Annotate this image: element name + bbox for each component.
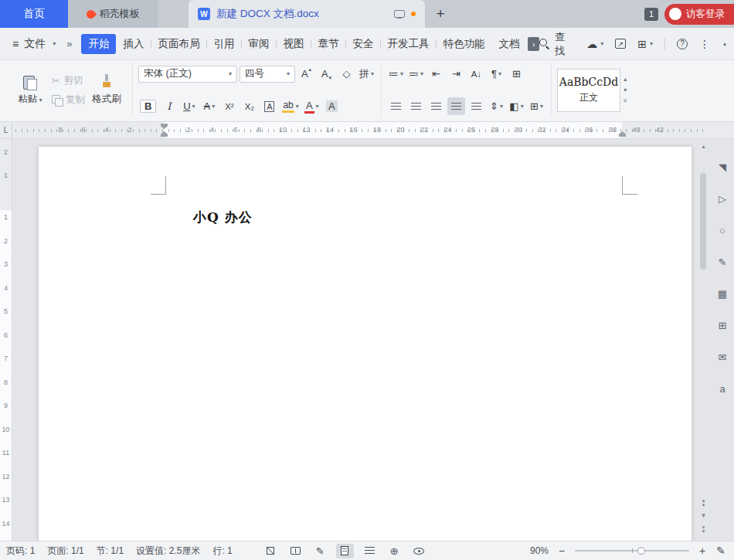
envelope-icon[interactable]: ✉	[715, 351, 730, 363]
align-right-button[interactable]	[427, 97, 445, 115]
shading-button[interactable]: ◧▾	[508, 97, 525, 115]
zoom-slider-thumb[interactable]	[637, 547, 645, 555]
font-size-select[interactable]: 四号 ▾	[240, 66, 295, 83]
tab-page-layout[interactable]: 页面布局	[151, 34, 206, 54]
font-name-select[interactable]: 宋体 (正文) ▾	[138, 66, 237, 83]
font-color-button[interactable]: A▾	[303, 97, 321, 115]
italic-button[interactable]: I	[160, 97, 178, 115]
bold-button[interactable]: B	[138, 97, 158, 115]
document-page[interactable]: 小Q 办公	[39, 147, 692, 541]
phonetic-guide-button[interactable]: 拼▾	[358, 65, 375, 83]
bullets-button[interactable]: ≔▾	[387, 65, 405, 83]
tab-insert[interactable]: 插入	[116, 34, 151, 54]
zoom-slider[interactable]	[575, 546, 689, 555]
more-menu-button[interactable]: ⋮	[699, 38, 710, 50]
template-tab[interactable]: 稻壳模板	[68, 0, 158, 28]
sort-button[interactable]: A↓	[467, 65, 485, 83]
circle-icon[interactable]: ○	[715, 224, 730, 236]
tab-start[interactable]: 开始	[81, 34, 116, 54]
borders-button[interactable]: ⊞▾	[528, 97, 545, 115]
web-layout-button[interactable]: ⊕	[386, 544, 403, 558]
play-icon[interactable]: ▷	[715, 192, 730, 205]
numbering-button[interactable]: ≕▾	[407, 65, 425, 83]
style-scroll-up-button[interactable]: ▴	[624, 76, 627, 83]
window-grid-icon[interactable]: ⊞	[715, 319, 730, 331]
tab-view[interactable]: 视图	[276, 34, 311, 54]
share-button[interactable]: ↗	[615, 39, 626, 49]
character-shading-button[interactable]: A	[323, 97, 341, 115]
underline-button[interactable]: U▾	[180, 97, 198, 115]
print-layout-button[interactable]	[336, 544, 354, 558]
zoom-in-button[interactable]: +	[697, 545, 708, 557]
zoom-level[interactable]: 90%	[530, 545, 549, 556]
help-button[interactable]: ?	[677, 39, 688, 49]
scrollbar-thumb[interactable]	[700, 173, 706, 270]
fullscreen-button[interactable]	[262, 544, 280, 558]
format-painter-button[interactable]: 格式刷	[87, 65, 127, 115]
cloud-sync-button[interactable]: ☁▾	[586, 38, 603, 50]
read-mode-button[interactable]	[287, 544, 304, 558]
strikethrough-button[interactable]: A▾	[200, 97, 218, 115]
outline-view-button[interactable]	[361, 544, 379, 558]
window-switch-button[interactable]: ⊞▾	[637, 38, 653, 50]
character-border-button[interactable]: A	[260, 97, 278, 115]
ink-button[interactable]: ✎	[311, 544, 329, 558]
paragraph-layout-button[interactable]: ⊞	[508, 65, 525, 83]
document-tab[interactable]: W 新建 DOCX 文档.docx	[189, 0, 425, 28]
scroll-down-button[interactable]: ▾	[702, 512, 705, 519]
tab-special-features[interactable]: 特色功能	[436, 34, 491, 54]
home-tab[interactable]: 首页	[0, 0, 68, 28]
style-scroll-down-button[interactable]: ▾	[624, 87, 627, 93]
next-page-button[interactable]: ▾▾	[702, 525, 705, 533]
copy-button[interactable]: 复制	[52, 93, 85, 107]
scroll-up-button[interactable]: ▴	[702, 141, 705, 151]
tab-section[interactable]: 章节	[311, 34, 345, 54]
file-menu-button[interactable]: ≡ 文件 ▾	[8, 37, 60, 51]
scrollbar-track[interactable]	[698, 151, 709, 494]
text-icon[interactable]: a	[715, 382, 730, 395]
new-tab-button[interactable]: +	[425, 0, 456, 28]
tab-dev-tools[interactable]: 开发工具	[380, 34, 436, 54]
quick-access-more-button[interactable]: »	[60, 38, 78, 49]
superscript-button[interactable]: X²	[220, 97, 238, 115]
tab-document[interactable]: 文档	[491, 34, 526, 54]
find-button[interactable]: 查找	[539, 30, 575, 58]
line-spacing-button[interactable]: ⇕▾	[488, 97, 505, 115]
tab-security[interactable]: 安全	[345, 34, 380, 54]
style-more-button[interactable]: ≡	[624, 97, 627, 104]
align-left-button[interactable]	[387, 97, 405, 115]
zoom-out-button[interactable]: −	[556, 545, 567, 557]
decrease-indent-button[interactable]: ⇤	[427, 65, 445, 83]
subscript-button[interactable]: X₂	[240, 97, 258, 115]
grid-icon[interactable]: ▦	[715, 287, 730, 300]
tab-references[interactable]: 引用	[206, 34, 241, 54]
cut-button[interactable]: ✂ 剪切	[52, 74, 85, 87]
collapse-ribbon-button[interactable]: ▴	[722, 40, 726, 47]
shrink-font-button[interactable]: A▾	[318, 65, 335, 83]
tab-review[interactable]: 审阅	[241, 34, 276, 54]
highlight-button[interactable]: ab▾	[280, 97, 300, 115]
margin-setting-status[interactable]: 设置值: 2.5厘米	[136, 545, 200, 558]
vertical-scrollbar[interactable]: ▴ ▴▴ ▾ ▾▾	[698, 141, 709, 539]
text-effects-button[interactable]: ◇	[338, 65, 355, 83]
justify-button[interactable]	[447, 97, 465, 115]
style-normal-button[interactable]: AaBbCcDd 正文	[557, 69, 620, 112]
vertical-ruler[interactable]: 2112345678910111213141516	[0, 139, 12, 541]
paste-button[interactable]: 粘贴▾	[10, 65, 50, 115]
tabs-overflow-button[interactable]: ›	[528, 37, 539, 51]
guest-login-button[interactable]: 访客登录	[664, 4, 734, 25]
grow-font-button[interactable]: A▴	[297, 65, 315, 83]
distribute-button[interactable]	[467, 97, 485, 115]
horizontal-ruler[interactable]: L 86422468101214161820222426283032343638…	[0, 122, 734, 139]
align-center-button[interactable]	[407, 97, 425, 115]
show-marks-button[interactable]: ¶▾	[488, 65, 505, 83]
notification-badge[interactable]: 1	[644, 8, 658, 21]
eye-protection-button[interactable]	[410, 544, 428, 558]
increase-indent-button[interactable]: ⇥	[447, 65, 465, 83]
document-text[interactable]: 小Q 办公	[193, 209, 253, 226]
pencil-icon[interactable]: ✎	[715, 256, 730, 268]
tab-selector-button[interactable]: L	[0, 122, 12, 138]
previous-page-button[interactable]: ▴▴	[702, 498, 705, 506]
triangle-icon[interactable]: ◥	[715, 161, 730, 173]
handwriting-button[interactable]: ✎	[715, 545, 726, 557]
